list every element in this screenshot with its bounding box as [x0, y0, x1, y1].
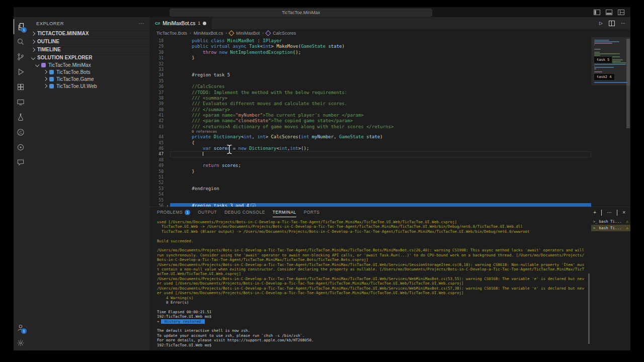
code-line-37[interactable]: 37 //TODO: Implement the method with the… [149, 90, 591, 96]
terminal-instance-list: >_bash Ti...⚠>_bash Ti...⚠ [591, 217, 630, 350]
toggle-sidebar-icon[interactable] [594, 10, 600, 15]
code-line-46[interactable]: 46 var scores = new Dictionary<int,int>(… [149, 146, 591, 151]
code-line-50[interactable]: 50 } [149, 169, 591, 174]
tree-item-tictactoe-bots[interactable]: TicTacToe.Bots [28, 68, 149, 75]
code-line-56[interactable]: 56› #region tasks 3 and 4⋯ [149, 203, 591, 207]
minimap[interactable]: task 5task2 4 [591, 37, 630, 207]
activity-settings-icon[interactable] [14, 335, 28, 350]
breadcrumb-item[interactable]: MiniMaxBot [236, 31, 260, 36]
terminal-profile-chevron-icon[interactable] [601, 210, 602, 215]
terminal-output[interactable]: used [/Users/mo/Documents/Projects/Bots-… [149, 217, 587, 350]
fold-gutter [165, 67, 170, 72]
panel-tab-label: PORTS [304, 210, 320, 215]
line-text [170, 67, 591, 72]
account-badge: 1 [21, 328, 27, 334]
section-outline[interactable]: OUTLINE [28, 37, 149, 45]
code-line-40[interactable]: 40 /// </summary> [149, 107, 591, 113]
breadcrumb-item[interactable]: TicTacToe.Bots [156, 31, 187, 36]
code-line-54[interactable]: 54 [149, 192, 591, 197]
fold-chevron-icon[interactable]: › [165, 203, 170, 207]
activity-target-icon[interactable] [14, 140, 28, 155]
line-number: 42 [149, 118, 165, 124]
activity-accounts-icon[interactable]: 1 [14, 320, 28, 335]
fold-gutter [165, 113, 170, 118]
panel-tab-terminal[interactable]: TERMINAL [273, 207, 296, 217]
split-editor-icon[interactable] [609, 21, 615, 26]
panel-tab-problems[interactable]: PROBLEMS1 [157, 207, 190, 217]
modified-dot-icon[interactable] [203, 22, 206, 25]
run-icon[interactable]: ▷ [599, 21, 603, 26]
tree-item-tictactoe-game[interactable]: TicTacToe.Game [28, 75, 149, 82]
maximize-panel-icon[interactable] [617, 210, 617, 215]
code-line-45[interactable]: 45 { [149, 140, 591, 146]
code-line-18[interactable]: 18 public class MiniMaxBot : IPlayer [149, 38, 591, 44]
symbol-class-icon [229, 30, 234, 36]
folded-region-ellipsis[interactable]: ⋯ [251, 204, 256, 207]
activity-comments-icon[interactable] [14, 155, 28, 170]
minimap-line [594, 41, 619, 42]
code-line-36[interactable]: 36 //CalcScores [149, 84, 591, 89]
code-line-49[interactable]: 49 return scores; [149, 163, 591, 168]
code-line-33[interactable]: 33 [149, 67, 591, 72]
line-number: 30 [149, 50, 165, 55]
activity-extensions-icon[interactable] [14, 79, 28, 95]
code-line-31[interactable]: 31 } [149, 55, 591, 61]
fold-gutter [165, 118, 170, 124]
code-line-53[interactable]: 53 #endregion [149, 186, 591, 192]
tab-minimaxbot-cs[interactable]: C# MiniMaxBot.cs 1 [149, 17, 212, 29]
toggle-panel-icon[interactable] [606, 10, 612, 15]
code-line-44[interactable]: 44 private Dictionary<int, int> CalcScor… [149, 134, 591, 140]
scrollbar-thumb[interactable] [626, 39, 630, 128]
code-line-47[interactable]: 47 [149, 151, 591, 157]
code-editor[interactable]: 18 public class MiniMaxBot : IPlayer29 p… [149, 37, 591, 207]
terminal-tab-bash-2[interactable]: >_bash Ti...⚠ [591, 225, 630, 231]
code-line-42[interactable]: 42 /// <param name="clonedState">The cop… [149, 118, 591, 124]
breadcrumb-item[interactable]: MiniMaxBot.cs [194, 31, 223, 36]
code-line-55[interactable]: 55 [149, 198, 591, 203]
tree-item-tictactoe-minimax[interactable]: TicTacToe.MiniMax [28, 61, 149, 68]
close-panel-icon[interactable]: × [622, 210, 625, 215]
code-line-32[interactable]: 32 [149, 61, 591, 67]
activity-c-tools-icon[interactable]: C [14, 125, 28, 140]
panel-tab-bar: PROBLEMS1OUTPUTDEBUG CONSOLETERMINALPORT… [149, 207, 630, 217]
code-line-52[interactable]: 52 [149, 180, 591, 186]
code-line-35[interactable]: 35 [149, 78, 591, 84]
section-timeline[interactable]: TIMELINE [28, 45, 149, 53]
activity-explorer-icon[interactable]: 1 [14, 19, 28, 34]
panel-tab-ports[interactable]: PORTS [304, 207, 320, 217]
code-line-39[interactable]: 39 /// Evaluates different moves and cal… [149, 101, 591, 107]
breadcrumb-item[interactable]: CalcScores [273, 31, 296, 36]
code-line-29[interactable]: 29 public virtual async Task<int> MakeMo… [149, 44, 591, 49]
codelens-references[interactable]: 0 references [149, 130, 591, 134]
activity-search-icon[interactable] [14, 34, 28, 49]
code-line-43[interactable]: 43 /// <returns>A dictionary of game mov… [149, 124, 591, 130]
activity-testing-icon[interactable] [14, 110, 28, 125]
code-line-41[interactable]: 41 /// <param name="myNumber">The curren… [149, 113, 591, 118]
section-solution-explorer[interactable]: SOLUTION EXPLORER [28, 53, 149, 61]
activity-source-control-icon[interactable] [14, 49, 28, 64]
panel-tab-debug-console[interactable]: DEBUG CONSOLE [224, 207, 265, 217]
code-line-48[interactable]: 48 [149, 157, 591, 163]
panel-tab-output[interactable]: OUTPUT [198, 207, 217, 217]
terminal-scrollbar[interactable] [587, 217, 591, 350]
section-tictactoe-minimax[interactable]: TICTACTOE.MINIMAX [28, 29, 149, 37]
customize-layout-icon[interactable] [618, 10, 624, 15]
code-line-38[interactable]: 38 /// <summary> [149, 96, 591, 101]
new-terminal-icon[interactable]: + [593, 210, 596, 215]
activity-remote-explorer-icon[interactable] [14, 95, 28, 110]
code-line-30[interactable]: 30 throw new NotImplementedException(); [149, 50, 591, 55]
fold-gutter [165, 96, 170, 101]
editor-more-icon[interactable]: ⋯ [621, 21, 625, 26]
activity-run-debug-icon[interactable] [14, 64, 28, 79]
panel-more-icon[interactable]: ⋯ [607, 210, 612, 215]
editor-scrollbar[interactable] [626, 37, 630, 207]
terminal-scrollbar-thumb[interactable] [588, 274, 590, 344]
line-number: 32 [149, 61, 165, 67]
code-line-34[interactable]: 34 #region task 5 [149, 72, 591, 78]
sidebar-more-icon[interactable]: ⋯ [139, 20, 144, 27]
terminal-tab-bash-1[interactable]: >_bash Ti...⚠ [591, 218, 630, 225]
code-line-51[interactable]: 51 [149, 174, 591, 180]
tree-item-tictactoe-ui-web[interactable]: TicTacToe.UI.Web [28, 82, 149, 89]
command-center[interactable]: TicTacToe.MiniMax [170, 9, 432, 17]
chevron-icon [35, 63, 39, 67]
